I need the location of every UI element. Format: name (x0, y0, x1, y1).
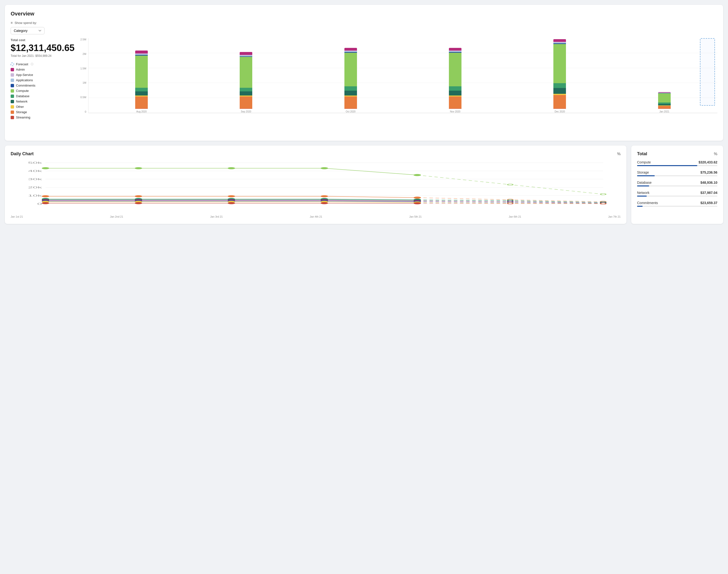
forecast-info-icon[interactable]: ⓘ (31, 63, 33, 66)
y-axis-label: 1M (82, 81, 86, 84)
svg-point-65 (414, 202, 420, 204)
daily-x-label: Jan 4th 21 (310, 215, 322, 218)
legend-item-database[interactable]: Database (11, 94, 75, 98)
total-row-3: Network $37,987.04 (637, 191, 717, 197)
daily-chart-percent-icon[interactable]: % (617, 152, 620, 156)
daily-chart-card: Daily Chart % 50k40k30k20k10k0 Jan 1st 2… (5, 146, 626, 224)
legend-item-forecast[interactable]: Forecastⓘ (11, 63, 75, 66)
daily-x-label: Jan 5th 21 (409, 215, 421, 218)
bar-segment (449, 53, 461, 86)
legend-dot-compute (11, 89, 14, 93)
total-row-name-0: Compute (637, 160, 651, 164)
total-row-value-3: $37,987.04 (700, 191, 717, 195)
overview-card: Overview ≡ Show spend by: Category Servi… (5, 5, 723, 141)
bar-segment (135, 50, 148, 53)
total-row-header-0: Compute $320,433.62 (637, 160, 717, 164)
bar-segment (345, 109, 357, 109)
bar-segment (345, 91, 357, 95)
bar-segment (658, 93, 671, 102)
legend-item-applications[interactable]: Applications (11, 78, 75, 82)
total-rows: Compute $320,433.62 Storage $75,236.56 D… (637, 160, 717, 207)
svg-point-22 (321, 195, 327, 197)
total-row-value-1: $75,236.56 (700, 170, 717, 174)
daily-line-chart: 50k40k30k20k10k0 (11, 160, 620, 213)
total-row-header-3: Network $37,987.04 (637, 191, 717, 195)
bar-segment (345, 53, 357, 86)
legend-dot-storage (11, 111, 14, 114)
total-row-1: Storage $75,236.56 (637, 170, 717, 176)
legend-label-compute: Compute (16, 89, 29, 93)
total-row-bar-bg-4 (637, 206, 717, 207)
total-title: Total (637, 151, 647, 156)
bars-container: Aug 2020Sep 2020Oct 2020Nov 2020Dec 2020… (88, 38, 717, 113)
bar-segment (345, 48, 357, 51)
total-row-header-4: Commitments $23,659.37 (637, 201, 717, 205)
y-axis-label: 1.5M (80, 67, 86, 70)
total-row-name-3: Network (637, 191, 649, 195)
bar-segment (240, 52, 252, 55)
total-percent-icon[interactable]: % (714, 152, 717, 156)
svg-point-67 (601, 203, 606, 204)
legend-dot-admin (11, 68, 14, 71)
bar-segment (449, 86, 461, 90)
bar-label-4: Dec 2020 (555, 110, 565, 113)
bar-segment (658, 109, 671, 109)
legend-item-app-service[interactable]: App-Service (11, 73, 75, 77)
legend-item-commitments[interactable]: Commitments (11, 84, 75, 87)
stacked-bar-2 (345, 48, 357, 109)
total-row-2: Database $48,936.10 (637, 180, 717, 187)
total-card: Total % Compute $320,433.62 Storage $75,… (631, 146, 723, 224)
daily-x-label: Jan 7th 21 (608, 215, 620, 218)
overview-body: Total cost $12,311,450.65 Total for Jan … (11, 38, 717, 135)
daily-x-label: Jan 3rd 21 (210, 215, 223, 218)
total-cost-label: Total cost (11, 38, 75, 42)
total-row-name-2: Database (637, 180, 652, 184)
category-dropdown[interactable]: Category Service Region Project (11, 27, 44, 34)
legend-item-other[interactable]: Other (11, 105, 75, 109)
left-panel: Total cost $12,311,450.65 Total for Jan … (11, 38, 75, 135)
bar-segment (345, 86, 357, 90)
legend-item-storage[interactable]: Storage (11, 110, 75, 114)
legend-label-database: Database (16, 94, 30, 98)
bar-segment (240, 88, 252, 91)
bar-group-2[interactable]: Oct 2020 (300, 48, 401, 113)
bar-label-2: Oct 2020 (346, 110, 356, 113)
overview-title: Overview (11, 11, 717, 17)
bar-label-5: Jan 2021 (659, 110, 669, 113)
bar-group-4[interactable]: Dec 2020 (509, 39, 610, 113)
bar-segment (553, 95, 566, 108)
bar-group-0[interactable]: Aug 2020 (91, 50, 192, 113)
svg-point-21 (228, 195, 234, 197)
legend-label-applications: Applications (16, 78, 33, 82)
stacked-bar-4 (553, 39, 566, 109)
svg-point-64 (321, 202, 327, 204)
bar-segment (553, 83, 566, 88)
svg-point-17 (508, 184, 513, 186)
svg-point-15 (321, 167, 327, 169)
total-row-header-1: Storage $75,236.56 (637, 170, 717, 174)
bar-segment (345, 96, 357, 108)
bar-segment (449, 109, 461, 109)
y-axis-label: 0.5M (80, 96, 86, 99)
bar-group-5[interactable]: Jan 2021 (614, 92, 715, 113)
legend-label-other: Other (16, 105, 24, 109)
total-row-bar-fill-3 (637, 196, 647, 197)
bar-group-1[interactable]: Sep 2020 (195, 52, 296, 113)
daily-chart-x-labels: Jan 1st 21Jan 2nd 21Jan 3rd 21Jan 4th 21… (11, 215, 620, 218)
legend-item-network[interactable]: Network (11, 99, 75, 103)
legend-label-streaming: Streaming (16, 116, 30, 119)
legend-item-admin[interactable]: Admin (11, 68, 75, 71)
legend-dot-streaming (11, 116, 14, 119)
total-row-0: Compute $320,433.62 (637, 160, 717, 166)
total-row-bar-bg-0 (637, 165, 717, 166)
svg-point-62 (135, 202, 141, 204)
bar-label-0: Aug 2020 (136, 110, 147, 113)
legend-list: ForecastⓘAdminApp-ServiceApplicationsCom… (11, 63, 75, 119)
legend-item-compute[interactable]: Compute (11, 89, 75, 93)
svg-point-12 (43, 167, 49, 169)
legend-item-streaming[interactable]: Streaming (11, 116, 75, 119)
bar-segment (449, 91, 461, 95)
legend-label-commitments: Commitments (16, 84, 35, 87)
bar-group-3[interactable]: Nov 2020 (405, 48, 506, 113)
legend-dot-commitments (11, 84, 14, 87)
